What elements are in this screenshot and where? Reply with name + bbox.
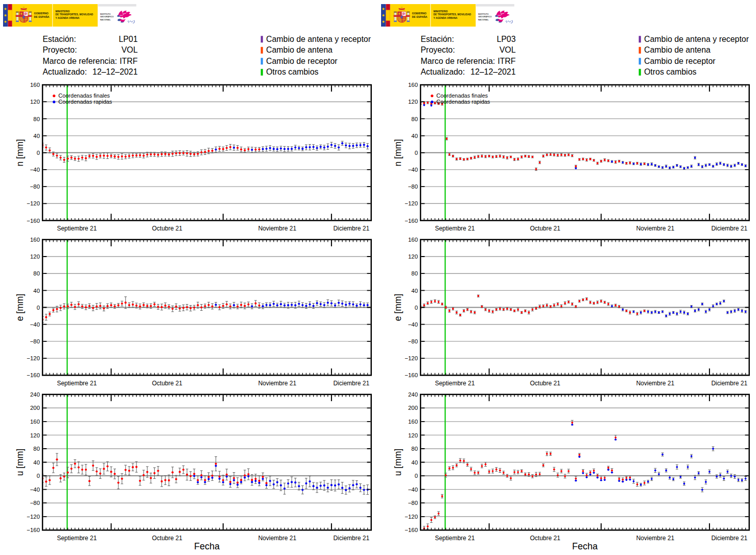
svg-text:−120: −120 <box>27 514 40 520</box>
svg-text:240: 240 <box>30 391 40 398</box>
svg-text:Estación:: Estación: <box>43 35 76 43</box>
svg-text:160: 160 <box>30 82 40 88</box>
svg-text:Coordenadas finales: Coordenadas finales <box>436 92 488 99</box>
svg-text:80: 80 <box>411 116 418 122</box>
svg-text:0: 0 <box>37 150 40 156</box>
svg-text:Octubre 21: Octubre 21 <box>530 380 561 387</box>
svg-text:ITRF: ITRF <box>120 57 138 65</box>
svg-text:−40: −40 <box>408 321 418 328</box>
svg-text:Otros cambios: Otros cambios <box>266 67 318 76</box>
svg-text:VOL: VOL <box>122 45 138 54</box>
svg-text:12–12–2021: 12–12–2021 <box>92 67 138 76</box>
svg-text:80: 80 <box>33 446 40 452</box>
svg-text:−80: −80 <box>30 338 40 344</box>
svg-text:−80: −80 <box>408 183 418 190</box>
svg-text:Coordenadas finales: Coordenadas finales <box>58 92 110 99</box>
svg-text:−40: −40 <box>30 487 40 493</box>
svg-text:Octubre 21: Octubre 21 <box>530 225 561 232</box>
svg-text:Octubre 21: Octubre 21 <box>152 380 183 387</box>
svg-text:120: 120 <box>408 99 418 105</box>
svg-text:80: 80 <box>411 446 418 452</box>
svg-text:e [mm]: e [mm] <box>15 294 25 321</box>
svg-text:Septiembre 21: Septiembre 21 <box>57 535 97 542</box>
svg-text:120: 120 <box>408 432 418 438</box>
svg-text:Actualizado:: Actualizado: <box>43 67 87 76</box>
svg-text:200: 200 <box>408 405 418 411</box>
svg-text:−160: −160 <box>27 372 40 378</box>
svg-text:120: 120 <box>408 253 418 260</box>
svg-text:Octubre 21: Octubre 21 <box>152 225 183 232</box>
svg-text:120: 120 <box>30 432 40 438</box>
svg-text:120: 120 <box>30 253 40 260</box>
svg-text:12–12–2021: 12–12–2021 <box>470 67 516 76</box>
svg-text:160: 160 <box>30 237 40 243</box>
svg-text:Septiembre 21: Septiembre 21 <box>435 380 475 387</box>
svg-text:u [mm]: u [mm] <box>15 449 25 476</box>
svg-text:80: 80 <box>33 270 40 276</box>
svg-text:n [mm]: n [mm] <box>393 139 403 166</box>
svg-text:Septiembre 21: Septiembre 21 <box>57 225 97 232</box>
svg-text:40: 40 <box>411 288 418 294</box>
svg-text:Proyecto:: Proyecto: <box>43 45 77 54</box>
svg-text:−40: −40 <box>408 487 418 493</box>
svg-text:−40: −40 <box>408 167 418 173</box>
svg-text:Diciembre 21: Diciembre 21 <box>333 225 369 232</box>
svg-text:Septiembre 21: Septiembre 21 <box>57 380 97 387</box>
svg-text:−40: −40 <box>30 167 40 173</box>
svg-text:−120: −120 <box>27 200 40 206</box>
svg-text:160: 160 <box>408 82 418 88</box>
svg-text:Actualizado:: Actualizado: <box>421 67 465 76</box>
svg-text:Marco de referencia:: Marco de referencia: <box>421 57 495 65</box>
svg-text:0: 0 <box>37 473 40 479</box>
svg-text:Noviembre 21: Noviembre 21 <box>258 535 296 542</box>
svg-text:Diciembre 21: Diciembre 21 <box>333 380 369 387</box>
svg-text:−160: −160 <box>27 218 40 224</box>
svg-text:Noviembre 21: Noviembre 21 <box>636 225 674 232</box>
svg-text:40: 40 <box>33 288 40 294</box>
svg-text:40: 40 <box>411 459 418 466</box>
svg-text:0: 0 <box>415 305 418 311</box>
svg-text:Cambio de antena: Cambio de antena <box>266 45 333 54</box>
svg-text:80: 80 <box>411 270 418 276</box>
svg-text:Cambio de antena: Cambio de antena <box>644 45 711 54</box>
svg-text:Marco de referencia:: Marco de referencia: <box>43 57 117 65</box>
svg-text:Coordenadas rapidas: Coordenadas rapidas <box>58 99 112 105</box>
svg-text:−80: −80 <box>408 338 418 344</box>
svg-text:Fecha: Fecha <box>194 541 220 551</box>
svg-text:−160: −160 <box>405 372 418 378</box>
svg-text:240: 240 <box>408 391 418 398</box>
svg-text:40: 40 <box>33 133 40 139</box>
svg-text:Otros cambios: Otros cambios <box>644 67 696 76</box>
svg-text:u [mm]: u [mm] <box>393 449 403 476</box>
svg-text:−80: −80 <box>30 500 40 506</box>
svg-text:Diciembre 21: Diciembre 21 <box>333 535 369 542</box>
svg-text:Diciembre 21: Diciembre 21 <box>711 225 747 232</box>
svg-text:VOL: VOL <box>500 45 516 54</box>
svg-text:Noviembre 21: Noviembre 21 <box>636 535 674 542</box>
svg-text:40: 40 <box>411 133 418 139</box>
svg-text:Cambio de antena y receptor: Cambio de antena y receptor <box>644 35 749 43</box>
svg-text:−120: −120 <box>405 514 418 520</box>
svg-text:Diciembre 21: Diciembre 21 <box>711 535 747 542</box>
svg-text:−160: −160 <box>405 218 418 224</box>
svg-text:e [mm]: e [mm] <box>393 294 403 321</box>
svg-text:−120: −120 <box>405 200 418 206</box>
svg-text:Estación:: Estación: <box>421 35 454 43</box>
svg-text:0: 0 <box>37 305 40 311</box>
svg-text:160: 160 <box>408 419 418 425</box>
svg-text:Coordenadas rapidas: Coordenadas rapidas <box>436 99 490 105</box>
svg-text:LP01: LP01 <box>119 35 137 43</box>
svg-text:−40: −40 <box>30 321 40 328</box>
svg-text:Septiembre 21: Septiembre 21 <box>435 535 475 542</box>
svg-text:80: 80 <box>33 116 40 122</box>
svg-text:Octubre 21: Octubre 21 <box>152 535 183 542</box>
svg-text:0: 0 <box>415 150 418 156</box>
svg-text:Cambio de receptor: Cambio de receptor <box>266 57 338 65</box>
svg-text:Octubre 21: Octubre 21 <box>530 535 561 542</box>
svg-text:LP03: LP03 <box>497 35 515 43</box>
svg-text:ITRF: ITRF <box>498 57 516 65</box>
svg-text:Cambio de antena y receptor: Cambio de antena y receptor <box>266 35 371 43</box>
svg-text:Fecha: Fecha <box>572 541 598 551</box>
svg-text:40: 40 <box>33 459 40 466</box>
svg-text:Noviembre 21: Noviembre 21 <box>258 225 296 232</box>
